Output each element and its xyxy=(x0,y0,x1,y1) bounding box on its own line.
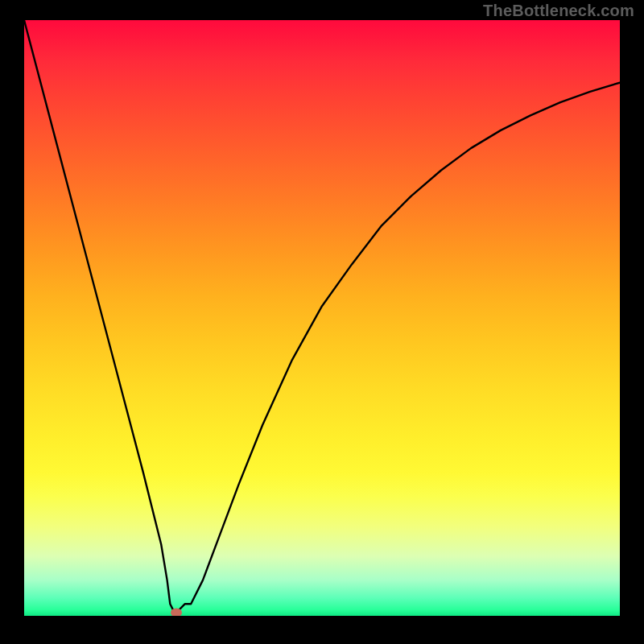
bottleneck-curve xyxy=(24,20,620,616)
plot-area xyxy=(24,20,620,616)
chart-frame: TheBottleneck.com xyxy=(0,0,644,644)
optimal-marker xyxy=(171,608,182,616)
curve-path xyxy=(24,20,620,610)
watermark-label: TheBottleneck.com xyxy=(483,2,634,20)
